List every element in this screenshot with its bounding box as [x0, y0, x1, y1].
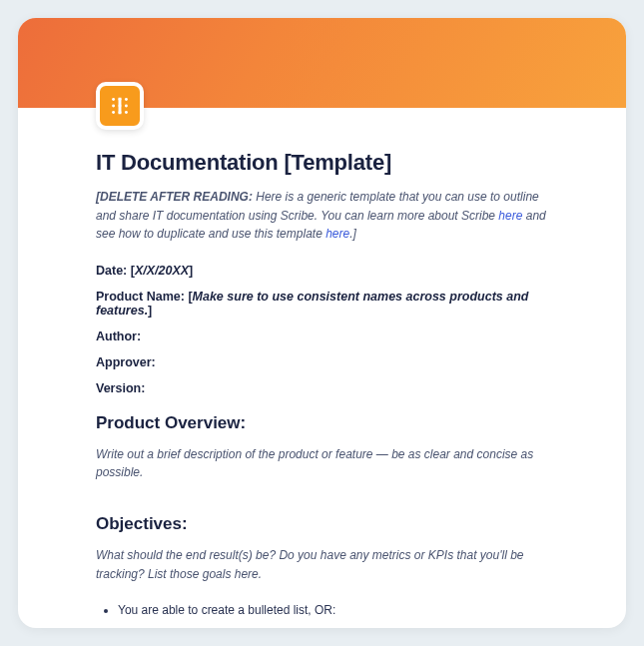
grid-dots-icon [109, 95, 131, 117]
version-label: Version: [96, 381, 145, 395]
document-content: IT Documentation [Template] [DELETE AFTE… [18, 130, 626, 628]
field-version: Version: [96, 381, 548, 395]
svg-point-8 [125, 111, 128, 114]
author-label: Author: [96, 329, 141, 343]
objectives-description: What should the end result(s) be? Do you… [96, 546, 548, 583]
overview-heading: Product Overview: [96, 413, 548, 433]
delete-after-reading-label: [DELETE AFTER READING: [96, 190, 253, 204]
svg-point-0 [112, 98, 115, 101]
date-suffix: ] [189, 264, 193, 278]
approver-label: Approver: [96, 355, 156, 369]
field-product-name: Product Name: [Make sure to use consiste… [96, 290, 548, 318]
overview-description: Write out a brief description of the pro… [96, 445, 548, 482]
document-card: IT Documentation [Template] [DELETE AFTE… [18, 18, 626, 628]
date-value: X/X/20XX [135, 264, 189, 278]
svg-point-3 [112, 105, 115, 108]
template-icon-badge [96, 82, 144, 130]
list-item: You are able to create a bulleted list, … [118, 603, 548, 617]
intro-text-3: .] [349, 227, 356, 241]
date-label: Date: [ [96, 264, 135, 278]
field-author: Author: [96, 329, 548, 343]
scribe-link[interactable]: here [498, 209, 522, 223]
objectives-heading: Objectives: [96, 514, 548, 534]
svg-point-2 [125, 98, 128, 101]
svg-point-6 [112, 111, 115, 114]
field-date: Date: [X/X/20XX] [96, 264, 548, 278]
product-name-label: Product Name: [ [96, 290, 193, 304]
template-link[interactable]: here [325, 227, 349, 241]
field-approver: Approver: [96, 355, 548, 369]
intro-paragraph: [DELETE AFTER READING: Here is a generic… [96, 188, 548, 244]
svg-point-5 [125, 105, 128, 108]
page-title: IT Documentation [Template] [96, 150, 548, 176]
objectives-bullet-list: You are able to create a bulleted list, … [96, 603, 548, 617]
svg-rect-9 [119, 98, 122, 115]
product-name-suffix: ] [148, 304, 152, 318]
